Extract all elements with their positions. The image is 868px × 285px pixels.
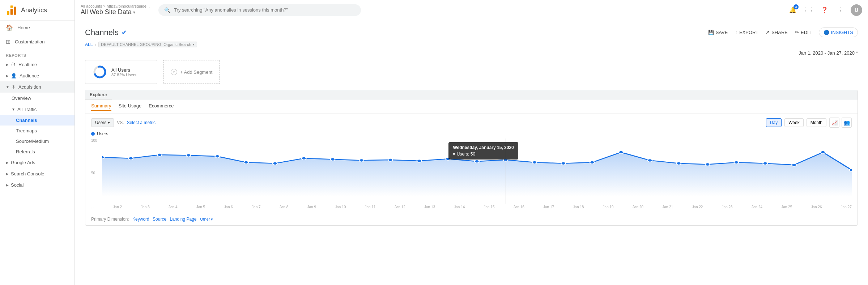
x-label: Jan 14 [454,205,465,209]
svg-point-28 [705,163,710,166]
sidebar-acquisition-label: Acquisition [18,84,41,90]
segment-all-users: All Users 87.82% Users [85,60,157,84]
sidebar-treemaps-label: Treemaps [16,128,37,133]
svg-point-33 [850,169,852,171]
breadcrumb-all[interactable]: ALL [85,42,93,47]
breadcrumb-grouping[interactable]: DEFAULT CHANNEL GROUPING: Organic Search… [98,42,197,47]
help-button[interactable]: ❓ [819,4,830,16]
svg-point-8 [128,157,133,160]
user-avatar[interactable]: U [851,4,862,16]
add-segment-circle: ○ [171,69,177,75]
select-metric-link[interactable]: Select a metric [127,120,156,125]
sidebar-item-home[interactable]: 🏠 Home [0,21,75,35]
sidebar-app-title: Analytics [21,7,47,14]
page-header: Channels ✔ 💾 SAVE ↑ EXPORT ↗ SHARE ✏ [85,27,858,37]
x-label: Jan 10 [335,205,346,209]
home-icon: 🏠 [6,24,13,31]
sidebar-realtime-label: Realtime [18,62,37,67]
segments-row: All Users 87.82% Users ○ + Add Segment [85,60,858,84]
tab-ecommerce[interactable]: Ecommerce [149,103,174,111]
sidebar-item-audience[interactable]: ▶ 👤 Audience [0,70,75,81]
time-btn-day[interactable]: Day [766,118,782,127]
search-bar[interactable]: 🔍 [158,4,361,16]
explorer-box: Explorer Summary Site Usage Ecommerce Us… [85,90,858,226]
property-selector[interactable]: All accounts > https://binocularsguide..… [81,4,150,16]
legend-label: Users [97,131,108,136]
keyword-link[interactable]: Keyword [132,217,149,222]
share-button[interactable]: ↗ SHARE [766,30,788,35]
source-link[interactable]: Source [153,217,166,222]
x-label: Jan 12 [395,205,405,209]
x-label: Jan 11 [365,205,375,209]
more-options-button[interactable]: ⋮ [835,4,846,16]
x-label: Jan 6 [224,205,233,209]
sidebar: Analytics 🏠 Home ⊞ Customization REPORTS… [0,0,75,285]
date-range: Jan 1, 2020 - Jan 27, 2020 ▾ [85,50,858,56]
x-label: Jan 17 [543,205,554,209]
caret-icon: ▶ [6,74,9,78]
sidebar-item-search-console[interactable]: ▶ Search Console [0,168,75,179]
primary-dim-label: Primary Dimension: [91,217,129,222]
segment-value: 87.82% Users [111,73,136,77]
reports-label: REPORTS [0,49,75,59]
sidebar-item-all-traffic[interactable]: ▼ All Traffic [0,104,75,115]
metric-selector: Users ▾ VS. Select a metric [91,118,156,127]
sidebar-item-overview[interactable]: Overview [0,93,75,104]
audience-icon: 👤 [11,73,17,78]
x-label: Jan 18 [573,205,584,209]
sidebar-item-google-ads[interactable]: ▶ Google Ads [0,157,75,168]
notifications-button[interactable]: 🔔 3 [787,4,799,16]
tab-site-usage[interactable]: Site Usage [119,103,142,111]
realtime-icon: ⏱ [11,62,16,67]
sidebar-audience-label: Audience [20,73,39,78]
sidebar-item-realtime[interactable]: ▶ ⏱ Realtime [0,59,75,70]
landing-page-link[interactable]: Landing Page [170,217,196,222]
x-label: Jan 26 [811,205,822,209]
insights-icon: 🔵 [824,30,829,35]
sidebar-item-customization[interactable]: ⊞ Customization [0,35,75,49]
primary-dimension: Primary Dimension: Keyword Source Landin… [85,213,858,225]
explorer-tabs: Summary Site Usage Ecommerce [85,100,858,114]
sidebar-item-source-medium[interactable]: Source/Medium [0,136,75,146]
sidebar-item-social[interactable]: ▶ Social [0,179,75,191]
svg-point-29 [734,161,739,164]
tab-summary[interactable]: Summary [91,103,111,111]
caret-icon: ▶ [6,63,9,67]
add-segment-button[interactable]: ○ + Add Segment [163,60,220,84]
search-input[interactable] [174,7,355,13]
export-button[interactable]: ↑ EXPORT [735,30,758,35]
x-axis: ...Jan 2Jan 3Jan 4Jan 5Jan 6Jan 7Jan 8Ja… [91,204,852,209]
sidebar-item-acquisition[interactable]: ▼ ✳ Acquisition [0,81,75,93]
metric-button[interactable]: Users ▾ [91,118,114,127]
svg-point-26 [648,159,652,162]
x-label: Jan 23 [722,205,733,209]
breadcrumb: ALL › DEFAULT CHANNEL GROUPING: Organic … [85,42,858,47]
caret-icon: ▶ [6,183,9,187]
people-chart-button[interactable]: 👥 [842,118,852,128]
apps-button[interactable]: ⋮⋮ [803,4,814,16]
date-range-value[interactable]: Jan 1, 2020 - Jan 27, 2020 [799,50,855,56]
svg-rect-4 [10,5,13,8]
property-breadcrumb: All accounts > https://binocularsguide..… [81,4,150,8]
svg-point-23 [561,162,566,165]
x-label: Jan 8 [280,205,288,209]
insights-button[interactable]: 🔵 INSIGHTS [819,27,858,37]
sidebar-search-console-label: Search Console [11,171,44,176]
chart-view-icons: 📈 👥 [829,118,852,128]
edit-button[interactable]: ✏ EDIT [795,30,812,35]
svg-point-22 [532,161,537,164]
svg-point-12 [244,161,248,164]
time-btn-month[interactable]: Month [807,118,826,127]
customization-icon: ⊞ [6,38,10,45]
other-dropdown[interactable]: Other ▾ [200,217,213,221]
sidebar-item-channels[interactable]: Channels [0,115,75,126]
y-label-mid: 50 [91,171,95,175]
metric-label: Users [95,120,106,125]
verified-icon: ✔ [122,29,127,37]
property-dropdown-arrow: ▾ [133,10,135,15]
sidebar-item-treemaps[interactable]: Treemaps [0,126,75,136]
save-button[interactable]: 💾 SAVE [708,30,728,35]
time-btn-week[interactable]: Week [784,118,803,127]
sidebar-item-referrals[interactable]: Referrals [0,146,75,157]
line-chart-button[interactable]: 📈 [829,118,839,128]
